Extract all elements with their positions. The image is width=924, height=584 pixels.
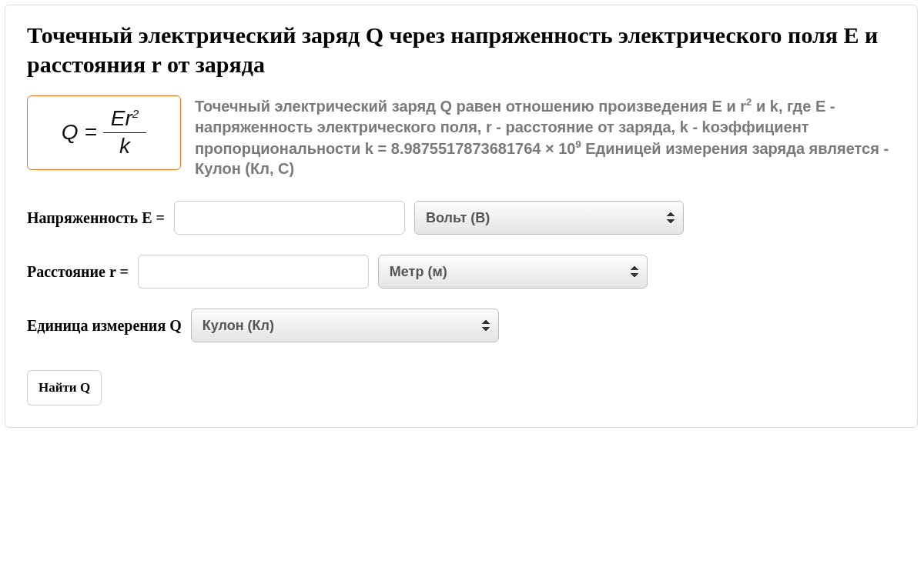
select-wrap-e: Вольт (В): [414, 201, 684, 235]
page-title: Точечный электрический заряд Q через нап…: [27, 21, 896, 78]
select-unit-e[interactable]: Вольт (В): [414, 201, 684, 235]
submit-button[interactable]: Найти Q: [27, 370, 102, 405]
formula-lhs: Q: [62, 120, 79, 145]
formula-eq: =: [84, 120, 96, 145]
select-wrap-r: Метр (м): [378, 255, 648, 289]
calculator-card: Точечный электрический заряд Q через нап…: [5, 5, 918, 428]
select-unit-r[interactable]: Метр (м): [378, 255, 648, 289]
select-wrap-q: Кулон (Кл): [191, 309, 499, 342]
description-text: Точечный электрический заряд Q равен отн…: [195, 95, 896, 179]
row-e: Напряженность E = Вольт (В): [27, 201, 896, 235]
formula-numerator: Er2: [103, 107, 147, 133]
formula-denominator: k: [119, 133, 130, 159]
row-q: Единица измерения Q Кулон (Кл): [27, 309, 896, 342]
formula-box: Q = Er2 k: [27, 95, 181, 170]
label-r: Расстояние r =: [27, 263, 129, 281]
label-q: Единица измерения Q: [27, 317, 182, 335]
formula-fraction: Er2 k: [103, 107, 147, 159]
description-row: Q = Er2 k Точечный электрический заряд Q…: [27, 95, 896, 179]
row-r: Расстояние r = Метр (м): [27, 255, 896, 289]
input-e[interactable]: [174, 201, 405, 235]
select-unit-q[interactable]: Кулон (Кл): [191, 309, 499, 342]
label-e: Напряженность E =: [27, 209, 165, 227]
formula: Q = Er2 k: [62, 107, 147, 159]
input-r[interactable]: [138, 255, 369, 289]
